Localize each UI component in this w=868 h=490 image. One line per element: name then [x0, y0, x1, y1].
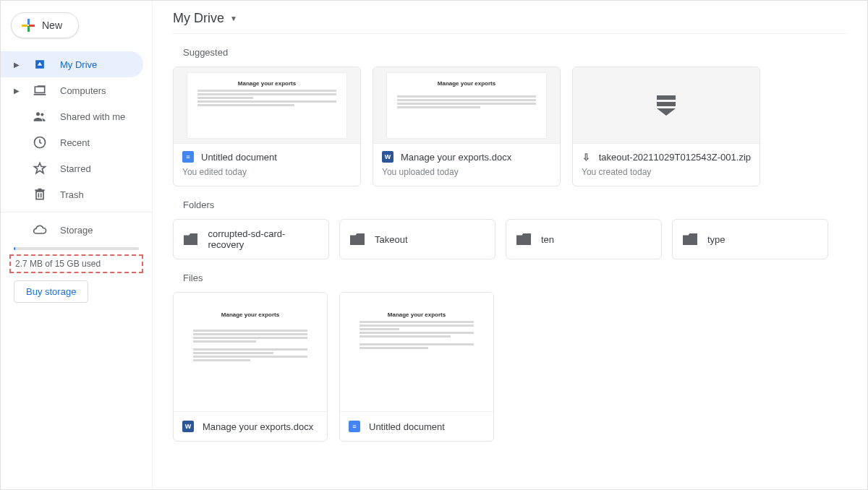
folder-label: ten — [541, 234, 554, 245]
sidebar-item-label: Trash — [60, 189, 84, 200]
clock-icon — [33, 135, 47, 150]
people-icon — [33, 109, 47, 124]
sidebar-item-label: Starred — [60, 163, 91, 174]
breadcrumb-title: My Drive — [173, 11, 224, 26]
sidebar-item-label: Storage — [60, 225, 93, 236]
svg-point-0 — [36, 112, 40, 116]
trash-icon — [33, 187, 47, 202]
new-button-label: New — [42, 20, 62, 31]
folder-icon — [184, 233, 197, 245]
divider — [1, 212, 152, 212]
thumbnail: Manage your exports — [340, 293, 493, 411]
docs-icon: ≡ — [349, 421, 360, 432]
new-button[interactable]: New — [11, 12, 79, 38]
thumbnail: Manage your exports — [174, 67, 360, 144]
sidebar-item-starred[interactable]: Starred — [1, 155, 143, 181]
suggested-heading: Suggested — [183, 47, 847, 58]
sidebar: New ▶ My Drive ▶ Computers — [1, 1, 153, 489]
chevron-down-icon: ▼ — [230, 14, 237, 22]
thumbnail: Manage your exports — [174, 293, 327, 411]
nav-storage: Storage — [1, 217, 152, 243]
file-title: takeout-20211029T012543Z-001.zip — [599, 152, 751, 163]
chevron-right-icon: ▶ — [14, 61, 20, 69]
files-row: Manage your exports W Manage your export… — [173, 292, 847, 442]
file-title: Untitled document — [369, 421, 445, 432]
breadcrumb[interactable]: My Drive ▼ — [173, 7, 847, 34]
computers-icon — [33, 83, 47, 98]
drive-icon — [33, 57, 47, 72]
sidebar-item-label: Shared with me — [60, 111, 125, 122]
folder-card[interactable]: type — [672, 219, 828, 259]
folders-heading: Folders — [183, 199, 847, 210]
folder-shared-icon — [683, 233, 697, 245]
sidebar-item-shared[interactable]: Shared with me — [1, 103, 143, 129]
sidebar-item-my-drive[interactable]: ▶ My Drive — [1, 51, 143, 77]
sidebar-item-label: My Drive — [60, 59, 97, 70]
buy-storage-button[interactable]: Buy storage — [14, 280, 88, 303]
storage-usage-text: 2.7 MB of 15 GB used — [9, 254, 143, 273]
thumbnail: Manage your exports — [373, 67, 560, 144]
suggested-row: Manage your exports ≡ Untitled document … — [173, 66, 847, 186]
app-root: New ▶ My Drive ▶ Computers — [0, 0, 868, 490]
folder-card[interactable]: Takeout — [339, 219, 495, 259]
file-title: Manage your exports.docx — [401, 152, 511, 163]
file-card[interactable]: Manage your exports ≡ Untitled document — [339, 292, 494, 442]
word-icon: W — [382, 151, 393, 163]
zip-icon: ⇩ — [582, 151, 592, 163]
storage-bar — [14, 247, 139, 250]
file-subtitle: You edited today — [182, 167, 352, 177]
download-icon — [657, 95, 676, 116]
file-subtitle: You created today — [582, 167, 751, 177]
sidebar-item-label: Recent — [60, 137, 90, 148]
folders-row: corrupted-sd-card-recovery Takeout ten t… — [173, 219, 847, 259]
folder-label: corrupted-sd-card-recovery — [208, 228, 318, 250]
nav-list: ▶ My Drive ▶ Computers Shared with me — [1, 51, 152, 207]
svg-point-1 — [41, 113, 43, 116]
star-icon — [33, 161, 47, 176]
suggested-card[interactable]: Manage your exports W Manage your export… — [373, 66, 561, 186]
cloud-icon — [33, 223, 47, 237]
folder-label: Takeout — [375, 234, 408, 245]
word-icon: W — [182, 421, 194, 432]
sidebar-item-label: Computers — [60, 85, 106, 96]
sidebar-item-recent[interactable]: Recent — [1, 129, 143, 155]
file-subtitle: You uploaded today — [382, 167, 551, 177]
folder-shared-icon — [516, 233, 531, 245]
file-card[interactable]: Manage your exports W Manage your export… — [173, 292, 328, 442]
folder-card[interactable]: ten — [506, 219, 662, 259]
folder-icon — [350, 233, 365, 245]
sidebar-item-computers[interactable]: ▶ Computers — [1, 77, 143, 103]
suggested-card[interactable]: ⇩ takeout-20211029T012543Z-001.zip You c… — [572, 66, 760, 186]
docs-icon: ≡ — [182, 151, 194, 163]
plus-icon — [22, 19, 35, 32]
folder-label: type — [707, 234, 726, 245]
sidebar-item-trash[interactable]: Trash — [1, 181, 143, 207]
folder-card[interactable]: corrupted-sd-card-recovery — [173, 219, 329, 259]
file-title: Untitled document — [201, 152, 277, 163]
main-content: My Drive ▼ Suggested Manage your exports… — [153, 1, 867, 489]
files-heading: Files — [183, 272, 847, 283]
suggested-card[interactable]: Manage your exports ≡ Untitled document … — [173, 66, 361, 186]
thumbnail — [573, 67, 760, 144]
file-title: Manage your exports.docx — [203, 421, 313, 432]
sidebar-item-storage[interactable]: Storage — [1, 217, 143, 243]
chevron-right-icon: ▶ — [14, 87, 20, 95]
